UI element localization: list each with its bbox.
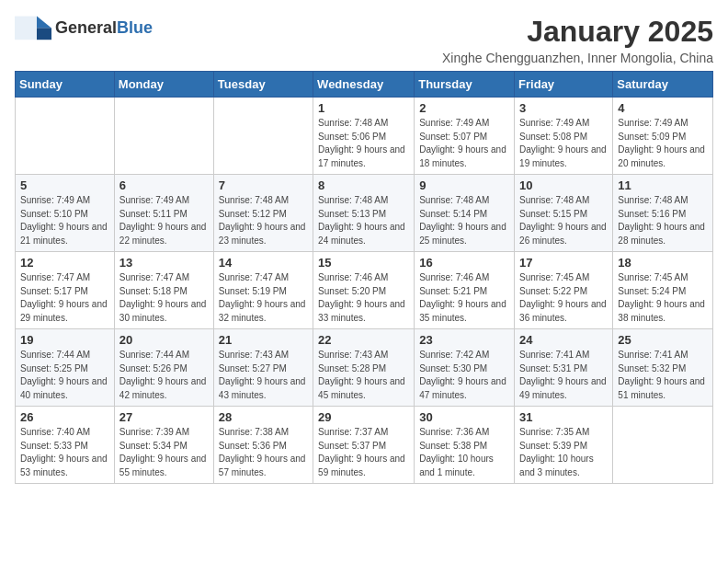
day-number: 14 <box>219 256 308 270</box>
calendar-day-14: 14Sunrise: 7:47 AM Sunset: 5:19 PM Dayli… <box>213 252 313 329</box>
calendar-day-20: 20Sunrise: 7:44 AM Sunset: 5:26 PM Dayli… <box>114 329 213 407</box>
weekday-header-monday: Monday <box>114 72 213 98</box>
page-header: GeneralBlue January 2025 Xinghe Chenggua… <box>15 15 713 65</box>
day-info: Sunrise: 7:36 AM Sunset: 5:38 PM Dayligh… <box>419 426 509 479</box>
calendar-day-5: 5Sunrise: 7:49 AM Sunset: 5:10 PM Daylig… <box>16 175 115 252</box>
day-info: Sunrise: 7:49 AM Sunset: 5:08 PM Dayligh… <box>519 117 608 170</box>
calendar-week-row: 19Sunrise: 7:44 AM Sunset: 5:25 PM Dayli… <box>16 329 713 407</box>
weekday-header-wednesday: Wednesday <box>313 72 415 98</box>
day-number: 17 <box>519 256 608 270</box>
calendar-week-row: 12Sunrise: 7:47 AM Sunset: 5:17 PM Dayli… <box>16 252 713 329</box>
day-info: Sunrise: 7:49 AM Sunset: 5:11 PM Dayligh… <box>119 194 209 247</box>
calendar-day-15: 15Sunrise: 7:46 AM Sunset: 5:20 PM Dayli… <box>313 252 415 329</box>
weekday-header-tuesday: Tuesday <box>213 72 313 98</box>
calendar-day-19: 19Sunrise: 7:44 AM Sunset: 5:25 PM Dayli… <box>16 329 115 407</box>
day-number: 2 <box>419 101 509 115</box>
svg-marker-2 <box>15 17 37 40</box>
day-info: Sunrise: 7:45 AM Sunset: 5:24 PM Dayligh… <box>618 271 708 325</box>
day-number: 22 <box>318 333 409 347</box>
day-info: Sunrise: 7:40 AM Sunset: 5:33 PM Dayligh… <box>20 426 109 479</box>
day-number: 13 <box>119 256 209 270</box>
weekday-header-row: SundayMondayTuesdayWednesdayThursdayFrid… <box>16 72 713 98</box>
day-info: Sunrise: 7:44 AM Sunset: 5:26 PM Dayligh… <box>119 349 209 402</box>
day-number: 30 <box>419 410 509 424</box>
day-info: Sunrise: 7:41 AM Sunset: 5:31 PM Dayligh… <box>519 349 608 402</box>
day-number: 3 <box>519 101 608 115</box>
day-info: Sunrise: 7:49 AM Sunset: 5:10 PM Dayligh… <box>20 194 109 247</box>
day-number: 31 <box>519 410 608 424</box>
calendar-day-27: 27Sunrise: 7:39 AM Sunset: 5:34 PM Dayli… <box>114 407 213 484</box>
calendar-day-30: 30Sunrise: 7:36 AM Sunset: 5:38 PM Dayli… <box>415 407 515 484</box>
calendar-week-row: 26Sunrise: 7:40 AM Sunset: 5:33 PM Dayli… <box>16 407 713 484</box>
logo-blue: Blue <box>117 18 153 37</box>
day-number: 20 <box>119 333 209 347</box>
day-info: Sunrise: 7:46 AM Sunset: 5:20 PM Dayligh… <box>318 271 409 325</box>
calendar-day-6: 6Sunrise: 7:49 AM Sunset: 5:11 PM Daylig… <box>114 175 213 252</box>
day-info: Sunrise: 7:49 AM Sunset: 5:09 PM Dayligh… <box>618 117 708 170</box>
weekday-header-thursday: Thursday <box>415 72 515 98</box>
weekday-header-friday: Friday <box>515 72 613 98</box>
day-info: Sunrise: 7:48 AM Sunset: 5:13 PM Dayligh… <box>318 194 409 247</box>
day-number: 19 <box>20 333 109 347</box>
day-info: Sunrise: 7:39 AM Sunset: 5:34 PM Dayligh… <box>119 426 209 479</box>
calendar-day-9: 9Sunrise: 7:48 AM Sunset: 5:14 PM Daylig… <box>415 175 515 252</box>
day-number: 4 <box>618 101 708 115</box>
day-info: Sunrise: 7:45 AM Sunset: 5:22 PM Dayligh… <box>519 271 608 325</box>
day-number: 23 <box>419 333 509 347</box>
day-info: Sunrise: 7:42 AM Sunset: 5:30 PM Dayligh… <box>419 349 509 402</box>
calendar-day-28: 28Sunrise: 7:38 AM Sunset: 5:36 PM Dayli… <box>213 407 313 484</box>
logo-general: General <box>55 18 117 37</box>
day-info: Sunrise: 7:48 AM Sunset: 5:06 PM Dayligh… <box>318 117 409 170</box>
weekday-header-saturday: Saturday <box>613 72 713 98</box>
calendar-day-24: 24Sunrise: 7:41 AM Sunset: 5:31 PM Dayli… <box>515 329 613 407</box>
day-number: 16 <box>419 256 509 270</box>
day-number: 24 <box>519 333 608 347</box>
day-number: 21 <box>219 333 308 347</box>
day-number: 6 <box>119 178 209 192</box>
day-info: Sunrise: 7:49 AM Sunset: 5:07 PM Dayligh… <box>419 117 509 170</box>
day-info: Sunrise: 7:41 AM Sunset: 5:32 PM Dayligh… <box>618 349 708 402</box>
calendar-day-16: 16Sunrise: 7:46 AM Sunset: 5:21 PM Dayli… <box>415 252 515 329</box>
day-info: Sunrise: 7:46 AM Sunset: 5:21 PM Dayligh… <box>419 271 509 325</box>
day-number: 12 <box>20 256 109 270</box>
day-info: Sunrise: 7:47 AM Sunset: 5:18 PM Dayligh… <box>119 271 209 325</box>
day-info: Sunrise: 7:43 AM Sunset: 5:27 PM Dayligh… <box>219 349 308 402</box>
day-number: 27 <box>119 410 209 424</box>
day-number: 18 <box>618 256 708 270</box>
calendar-day-17: 17Sunrise: 7:45 AM Sunset: 5:22 PM Dayli… <box>515 252 613 329</box>
calendar-day-2: 2Sunrise: 7:49 AM Sunset: 5:07 PM Daylig… <box>415 98 515 175</box>
empty-day <box>613 407 713 484</box>
calendar-day-8: 8Sunrise: 7:48 AM Sunset: 5:13 PM Daylig… <box>313 175 415 252</box>
day-number: 11 <box>618 178 708 192</box>
day-info: Sunrise: 7:48 AM Sunset: 5:12 PM Dayligh… <box>219 194 308 247</box>
day-info: Sunrise: 7:35 AM Sunset: 5:39 PM Dayligh… <box>519 426 608 479</box>
day-number: 8 <box>318 178 409 192</box>
day-info: Sunrise: 7:48 AM Sunset: 5:16 PM Dayligh… <box>618 194 708 247</box>
calendar-day-1: 1Sunrise: 7:48 AM Sunset: 5:06 PM Daylig… <box>313 98 415 175</box>
calendar-day-10: 10Sunrise: 7:48 AM Sunset: 5:15 PM Dayli… <box>515 175 613 252</box>
calendar-day-25: 25Sunrise: 7:41 AM Sunset: 5:32 PM Dayli… <box>613 329 713 407</box>
svg-marker-1 <box>37 28 51 40</box>
day-number: 28 <box>219 410 308 424</box>
calendar-day-23: 23Sunrise: 7:42 AM Sunset: 5:30 PM Dayli… <box>415 329 515 407</box>
day-number: 29 <box>318 410 409 424</box>
day-number: 7 <box>219 178 308 192</box>
empty-day <box>16 98 115 175</box>
day-info: Sunrise: 7:48 AM Sunset: 5:15 PM Dayligh… <box>519 194 608 247</box>
day-number: 15 <box>318 256 409 270</box>
empty-day <box>213 98 313 175</box>
calendar-day-3: 3Sunrise: 7:49 AM Sunset: 5:08 PM Daylig… <box>515 98 613 175</box>
day-info: Sunrise: 7:47 AM Sunset: 5:17 PM Dayligh… <box>20 271 109 325</box>
calendar-day-11: 11Sunrise: 7:48 AM Sunset: 5:16 PM Dayli… <box>613 175 713 252</box>
day-number: 10 <box>519 178 608 192</box>
svg-marker-0 <box>37 17 51 29</box>
logo: GeneralBlue <box>15 15 153 40</box>
calendar-week-row: 1Sunrise: 7:48 AM Sunset: 5:06 PM Daylig… <box>16 98 713 175</box>
calendar-day-18: 18Sunrise: 7:45 AM Sunset: 5:24 PM Dayli… <box>613 252 713 329</box>
day-number: 5 <box>20 178 109 192</box>
day-info: Sunrise: 7:44 AM Sunset: 5:25 PM Dayligh… <box>20 349 109 402</box>
calendar-day-31: 31Sunrise: 7:35 AM Sunset: 5:39 PM Dayli… <box>515 407 613 484</box>
title-section: January 2025 Xinghe Chengguanzhen, Inner… <box>442 15 713 65</box>
day-number: 1 <box>318 101 409 115</box>
calendar-day-4: 4Sunrise: 7:49 AM Sunset: 5:09 PM Daylig… <box>613 98 713 175</box>
